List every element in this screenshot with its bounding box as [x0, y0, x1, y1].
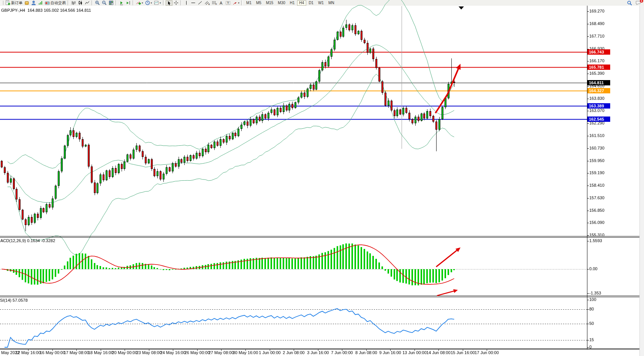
price-tick-label: 168.490 [589, 21, 604, 26]
price-tick-label: 169.270 [589, 9, 604, 13]
time-axis-label: 13 Jun 00:00 [402, 350, 427, 355]
time-axis-label: 14 Jun 08:00 [426, 350, 451, 355]
price-tick-label: 166.170 [589, 58, 604, 63]
macd-tick-label: -1.353 [589, 291, 601, 295]
rsi-tick-label: 50 [589, 321, 594, 326]
time-axis-label: 30 May 16:00 [233, 350, 258, 355]
rsi-tick-label: 100 [589, 297, 596, 302]
price-line-label: 164.811 [587, 80, 610, 85]
time-axis-label: 17 May 08:00 [64, 350, 89, 355]
price-tick-label: 157.630 [589, 195, 604, 200]
price-tick-label: 163.830 [589, 96, 604, 101]
price-tick-label: 159.190 [589, 170, 604, 175]
chart-title: GBPJPY-,H4 164.883 165.002 164.566 164.8… [1, 8, 91, 13]
price-tick-label: 158.410 [589, 183, 604, 187]
rsi-tick-label: 80 [589, 307, 594, 311]
time-axis-label: 8 Jun 08:00 [355, 350, 377, 355]
price-line-label: 164.327 [587, 88, 610, 93]
time-axis-label: 1 Jun 00:00 [259, 350, 281, 355]
ohlc-quote-label: 164.883 165.002 164.566 164.811 [27, 8, 91, 13]
price-tick-label: 159.950 [589, 158, 604, 163]
price-tick-label: 167.710 [589, 34, 604, 38]
time-axis-label: 24 May 16:00 [160, 350, 186, 355]
window-edge-strip [639, 6, 644, 356]
time-axis-label: 17 Jun 00:00 [475, 350, 499, 355]
time-axis-label: 15 Jun 16:00 [451, 350, 475, 355]
time-axis-label: 18 May 16:00 [88, 350, 114, 355]
price-tick-label: 155.310 [589, 233, 604, 237]
price-tick-label: 156.850 [589, 208, 604, 213]
time-axis-label: 23 May 08:00 [136, 350, 162, 355]
time-axis-label: 3 Jun 16:00 [307, 350, 329, 355]
time-axis-label: 7 Jun 00:00 [331, 350, 353, 355]
price-line-label: 165.781 [587, 65, 610, 70]
price-tick-label: 156.090 [589, 220, 604, 225]
time-axis-label: 20 May 00:00 [112, 350, 138, 355]
macd-tick-label: 0.00 [589, 266, 597, 271]
macd-indicator-label: ACD(12,26,9) 0.1634 -0.3282 [0, 238, 55, 243]
chart-canvas[interactable] [0, 0, 644, 356]
time-axis-label: 16 May 00:00 [40, 350, 65, 355]
symbol-period-label: GBPJPY-,H4 [1, 8, 25, 13]
rsi-tick-label: 15 [589, 337, 594, 342]
mt4-window: 新订单 自动交 [0, 0, 644, 356]
price-tick-label: 163.070 [589, 108, 604, 113]
time-axis-label: 26 May 00:00 [185, 350, 210, 355]
rsi-tick-label: 0 [589, 345, 592, 349]
time-axis-label: 12 May 16:00 [16, 350, 41, 355]
price-line-label: 166.743 [587, 49, 610, 55]
macd-tick-label: 1.5593 [589, 238, 602, 243]
price-line-label: 163.389 [587, 103, 610, 109]
price-line-label: 162.545 [587, 117, 610, 122]
time-axis-label: 27 May 08:00 [209, 350, 234, 355]
price-tick-label: 160.730 [589, 146, 604, 150]
price-tick-label: 161.510 [589, 133, 604, 138]
rsi-indicator-label: SI(14) 57.0578 [0, 298, 28, 302]
time-axis-label: 9 Jun 16:00 [379, 350, 401, 355]
price-tick-label: 165.390 [589, 71, 604, 76]
time-axis-label: 2 Jun 08:00 [283, 350, 305, 355]
